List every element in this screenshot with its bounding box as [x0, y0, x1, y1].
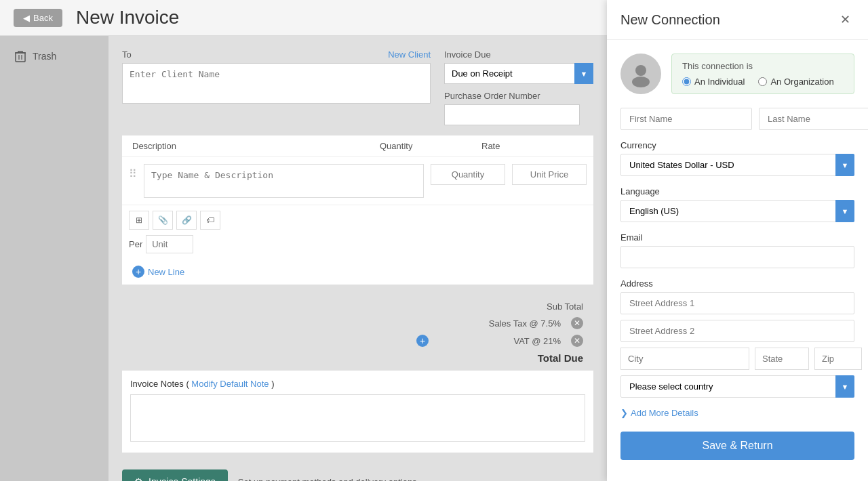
- invoice-due-select[interactable]: Due on Receipt: [444, 63, 593, 84]
- zip-input[interactable]: [814, 348, 862, 370]
- new-line-plus-icon: +: [132, 266, 144, 278]
- svg-point-5: [632, 77, 650, 87]
- remove-vat-button[interactable]: ✕: [571, 335, 583, 347]
- line-actions: ⊞ 📎 🔗 🏷: [122, 205, 593, 235]
- invoice-due-label: Invoice Due: [444, 49, 593, 60]
- add-more-details-link[interactable]: ❯ Add More Details: [620, 408, 854, 418]
- attach-action-button[interactable]: 📎: [153, 211, 173, 230]
- per-label: Per: [129, 239, 142, 249]
- currency-select[interactable]: United States Dollar - USD: [620, 154, 854, 176]
- to-label: To: [122, 49, 132, 60]
- notes-label: Invoice Notes: [130, 379, 184, 389]
- city-input[interactable]: [620, 348, 749, 370]
- back-button[interactable]: ◀ Back: [14, 9, 62, 27]
- total-due-label: Total Due: [461, 352, 583, 364]
- sales-tax-label: Sales Tax @ 7.5%: [439, 318, 561, 329]
- paperclip-icon: 📎: [158, 215, 168, 225]
- notes-section: Invoice Notes ( Modify Default Note ): [122, 371, 593, 453]
- table-icon: ⊞: [136, 215, 142, 225]
- back-icon: ◀: [23, 13, 30, 23]
- subtotal-row: Sub Total: [461, 301, 583, 312]
- street-address-1-input[interactable]: [620, 292, 854, 314]
- settings-description: Set up payment methods and delivery opti…: [238, 477, 419, 482]
- quantity-input[interactable]: [431, 164, 505, 185]
- rate-header: Rate: [481, 141, 583, 151]
- avatar: [620, 54, 661, 94]
- country-select[interactable]: Please select country: [620, 375, 854, 398]
- sidebar-item-trash[interactable]: Trash: [10, 46, 98, 66]
- quantity-header: Quantity: [380, 141, 481, 151]
- email-label: Email: [620, 232, 854, 243]
- tag-icon: 🏷: [206, 215, 214, 225]
- notes-textarea[interactable]: [130, 394, 585, 442]
- street-address-2-input[interactable]: [620, 320, 854, 342]
- individual-label: An Individual: [694, 77, 745, 87]
- description-input[interactable]: [144, 164, 424, 198]
- po-input[interactable]: [444, 104, 580, 125]
- new-line-button[interactable]: + New Line: [122, 259, 195, 285]
- organization-label: An Organization: [770, 77, 833, 87]
- description-header: Description: [132, 141, 380, 151]
- invoice-settings-bar: ⚙ Invoice Settings Set up payment method…: [122, 463, 593, 481]
- unit-price-input[interactable]: [512, 164, 587, 185]
- unit-input[interactable]: [146, 235, 193, 253]
- subtotal-label: Sub Total: [461, 301, 583, 312]
- language-label: Language: [620, 186, 854, 196]
- gear-icon: ⚙: [134, 476, 143, 481]
- connection-type-box: This connection is An Individual An Orga…: [671, 54, 854, 94]
- client-name-input[interactable]: [122, 63, 431, 104]
- new-connection-panel: New Connection ✕ This connection is An I…: [607, 0, 868, 481]
- remove-sales-tax-button[interactable]: ✕: [571, 317, 583, 329]
- svg-point-4: [635, 65, 646, 76]
- table-action-button[interactable]: ⊞: [129, 211, 149, 230]
- svg-rect-0: [16, 53, 25, 62]
- chevron-down-icon: ❯: [620, 408, 628, 418]
- address-label: Address: [620, 278, 854, 289]
- drag-handle-icon[interactable]: ⠿: [129, 164, 137, 180]
- connection-type-label: This connection is: [682, 61, 844, 71]
- link-icon: 🔗: [182, 215, 192, 225]
- new-client-link[interactable]: New Client: [388, 49, 431, 60]
- vat-row: + VAT @ 21% ✕: [416, 335, 583, 347]
- sales-tax-row: Sales Tax @ 7.5% ✕: [439, 317, 583, 329]
- language-select[interactable]: English (US): [620, 200, 854, 222]
- vat-label: VAT @ 21%: [439, 336, 561, 346]
- invoice-settings-button[interactable]: ⚙ Invoice Settings: [122, 469, 228, 481]
- email-input[interactable]: [620, 246, 854, 268]
- state-input[interactable]: [755, 348, 809, 370]
- save-return-button[interactable]: Save & Return: [620, 432, 854, 460]
- vat-plus-icon: +: [416, 335, 429, 347]
- last-name-input[interactable]: [759, 108, 868, 130]
- tag-action-button[interactable]: 🏷: [200, 211, 220, 230]
- po-label: Purchase Order Number: [444, 91, 593, 101]
- modify-note-link[interactable]: Modify Default Note: [191, 379, 269, 389]
- trash-label: Trash: [33, 51, 56, 62]
- panel-title: New Connection: [620, 12, 720, 28]
- individual-radio-option[interactable]: An Individual: [682, 77, 745, 87]
- organization-radio-option[interactable]: An Organization: [758, 77, 833, 87]
- close-panel-button[interactable]: ✕: [835, 10, 854, 29]
- page-title: New Invoice: [76, 7, 180, 28]
- first-name-input[interactable]: [620, 108, 752, 130]
- currency-label: Currency: [620, 140, 854, 150]
- individual-radio[interactable]: [682, 77, 691, 86]
- link-action-button[interactable]: 🔗: [176, 211, 197, 230]
- trash-icon: [14, 49, 27, 63]
- total-due-row: Total Due: [461, 352, 583, 364]
- organization-radio[interactable]: [758, 77, 767, 86]
- line-item-row: ⠿: [122, 157, 593, 205]
